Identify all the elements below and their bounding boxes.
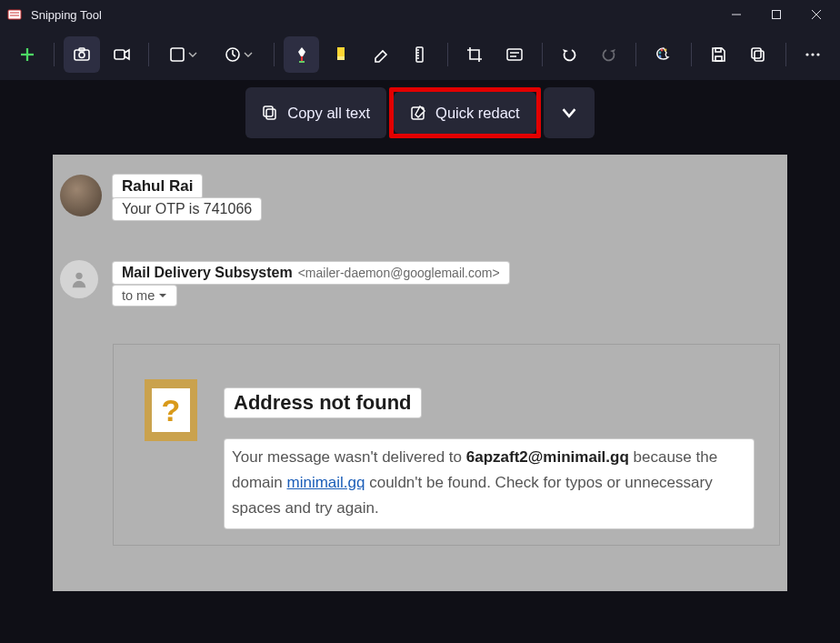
email-subject: Your OTP is 741066 (113, 198, 261, 220)
image-capture-button[interactable] (64, 36, 99, 73)
from-name: Mail Delivery Subsystem (122, 265, 293, 281)
svg-rect-18 (337, 56, 345, 60)
quick-redact-button[interactable]: Quick redact (394, 92, 536, 134)
svg-point-37 (817, 53, 820, 55)
crop-button[interactable] (457, 36, 493, 73)
text-actions-button[interactable] (496, 36, 532, 73)
separator (274, 43, 275, 66)
svg-rect-0 (8, 10, 21, 19)
video-capture-button[interactable] (104, 36, 139, 73)
color-picker-button[interactable] (645, 36, 681, 73)
copy-button[interactable] (740, 36, 775, 73)
screenshot-canvas[interactable]: Rahul Rai Your OTP is 741066 Mail Delive… (53, 155, 787, 591)
separator (785, 43, 786, 66)
separator (691, 43, 692, 66)
question-mark-icon: ? (145, 379, 197, 441)
svg-point-29 (665, 49, 667, 52)
svg-rect-17 (337, 47, 345, 56)
ruler-tool-button[interactable] (402, 36, 437, 73)
svg-rect-13 (171, 48, 184, 61)
delay-dropdown[interactable] (214, 36, 265, 73)
svg-rect-4 (773, 11, 781, 19)
new-snip-button[interactable] (9, 36, 45, 73)
snip-mode-dropdown[interactable] (158, 36, 209, 73)
redo-button[interactable] (591, 36, 626, 73)
svg-rect-34 (752, 48, 761, 58)
app-icon (7, 7, 22, 22)
save-button[interactable] (701, 36, 736, 73)
titlebar: Snipping Tool (0, 0, 840, 29)
undo-button[interactable] (551, 36, 586, 73)
separator (635, 43, 636, 66)
svg-point-27 (659, 52, 662, 55)
error-heading: Address not found (225, 388, 421, 417)
svg-rect-32 (715, 48, 721, 52)
quick-redact-label: Quick redact (435, 105, 520, 122)
separator (54, 43, 55, 66)
highlighter-tool-button[interactable] (323, 36, 358, 73)
error-card: ? Address not found Your message wasn't … (113, 344, 780, 546)
error-body-pre: Your message wasn't delivered to (232, 448, 466, 466)
separator (148, 43, 149, 66)
svg-point-10 (79, 53, 85, 58)
window-title: Snipping Tool (31, 8, 716, 22)
text-actions-bar: Copy all text Quick redact (0, 80, 840, 146)
separator (447, 43, 448, 66)
error-body-email: 6apzaft2@minimail.gq (466, 448, 629, 466)
to-text: to me (122, 288, 155, 303)
svg-rect-12 (115, 50, 125, 59)
eraser-tool-button[interactable] (363, 36, 398, 73)
svg-rect-38 (266, 109, 275, 119)
pen-tool-button[interactable] (284, 36, 319, 73)
quick-redact-highlight: Quick redact (389, 87, 541, 138)
svg-line-16 (233, 55, 235, 56)
from-email: <mailer-daemon@googlemail.com> (298, 266, 500, 280)
svg-point-36 (812, 53, 815, 55)
toolbar (0, 29, 840, 80)
svg-rect-33 (755, 51, 764, 61)
to-line: to me (113, 286, 176, 306)
minimize-button[interactable] (716, 0, 756, 29)
svg-rect-39 (264, 106, 273, 116)
close-button[interactable] (796, 0, 836, 29)
from-line: Mail Delivery Subsystem <mailer-daemon@g… (113, 262, 509, 284)
separator (542, 43, 543, 66)
svg-point-30 (659, 55, 662, 58)
error-body: Your message wasn't delivered to 6apzaft… (225, 439, 754, 528)
copy-all-text-button[interactable]: Copy all text (245, 87, 386, 138)
avatar-placeholder (60, 260, 98, 298)
svg-point-41 (75, 273, 82, 279)
svg-point-28 (661, 49, 664, 52)
svg-rect-31 (715, 56, 722, 61)
redact-dropdown-button[interactable] (544, 87, 595, 138)
chevron-down-icon (158, 291, 167, 300)
error-body-link[interactable]: minimail.gq (286, 474, 365, 491)
copy-all-text-label: Copy all text (287, 105, 370, 122)
avatar-image (60, 175, 102, 216)
sender-name: Rahul Rai (113, 175, 202, 198)
svg-point-35 (806, 53, 809, 55)
more-options-button[interactable] (795, 36, 831, 73)
maximize-button[interactable] (756, 0, 796, 29)
svg-rect-24 (507, 49, 522, 60)
